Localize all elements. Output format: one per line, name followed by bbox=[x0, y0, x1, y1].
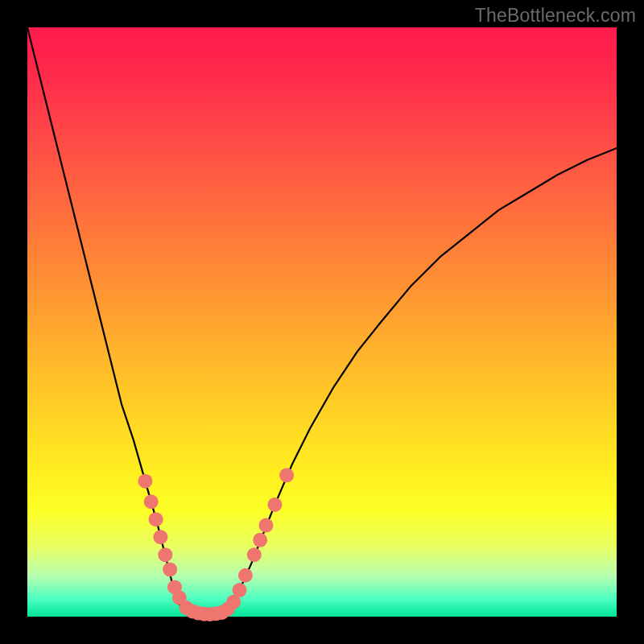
data-point-marker bbox=[158, 547, 172, 562]
bottleneck-curve bbox=[27, 27, 617, 614]
data-point-marker bbox=[153, 530, 167, 544]
data-point-marker bbox=[267, 497, 282, 512]
chart-plot-area bbox=[27, 27, 617, 617]
data-point-marker bbox=[247, 547, 262, 562]
data-point-marker bbox=[138, 474, 152, 489]
watermark-text: TheBottleneck.com bbox=[475, 5, 636, 27]
data-point-marker bbox=[258, 518, 273, 533]
data-point-marker bbox=[149, 512, 163, 526]
data-point-marker bbox=[279, 468, 294, 482]
data-point-marker bbox=[233, 583, 247, 597]
chart-frame: TheBottleneck.com bbox=[0, 0, 644, 644]
data-point-marker bbox=[253, 533, 267, 547]
data-point-marker bbox=[144, 494, 159, 509]
chart-svg bbox=[27, 27, 617, 617]
data-point-marker bbox=[238, 568, 253, 583]
data-point-marker bbox=[163, 562, 177, 576]
